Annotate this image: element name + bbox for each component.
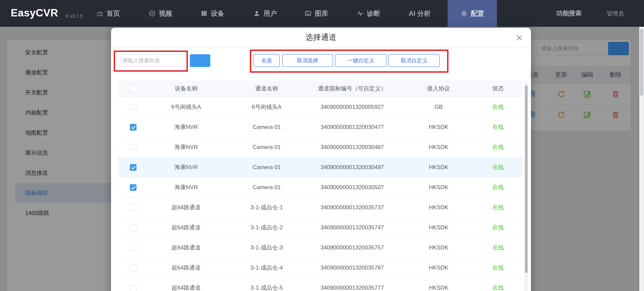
row-checkbox[interactable] (130, 224, 137, 231)
status-badge: 在线 (481, 244, 515, 251)
select-all-button[interactable]: 全选 (254, 54, 280, 67)
table-row[interactable]: 海康NVR Camera 01 34090000001320030507 HKS… (118, 177, 522, 198)
table-row[interactable]: 海康NVR Camera 01 34090000001320030497 HKS… (118, 157, 522, 177)
channel-gb-code-cell: 34090000001320005927 (309, 104, 396, 111)
channel-name-cell: 3-1-成品仓-3 (225, 244, 309, 251)
row-checkbox[interactable] (130, 164, 137, 171)
channel-name-cell: 3-1-成品仓-5 (225, 284, 309, 291)
protocol-cell: HKSDK (396, 164, 481, 171)
checkbox-cell (118, 164, 148, 171)
table-scrollbar[interactable] (524, 81, 528, 291)
channel-table-header: 设备名称通道名称通道国标编号（可自定义）接入协议状态 (118, 80, 522, 97)
checkbox-cell (118, 144, 148, 151)
nav-item-config[interactable]: 配置 (448, 0, 497, 27)
header-checkbox-cell (118, 85, 148, 92)
protocol-cell: HKSDK (396, 184, 481, 191)
nav-item-label: 诊断 (367, 9, 380, 18)
channel-gb-code-cell: 34090000001320030497 (309, 164, 396, 171)
status-badge: 在线 (481, 204, 515, 211)
checkbox-cell (118, 204, 148, 211)
status-badge: 在线 (481, 184, 515, 191)
channel-name-cell: 6号岗镜头A (225, 103, 309, 111)
protocol-cell: HKSDK (396, 144, 481, 151)
device-name-cell: 超64路通道 (148, 204, 225, 211)
col-header-channel-name: 通道名称 (225, 85, 309, 92)
table-row[interactable]: 超64路通道 3-1-成品仓-4 34090000001320035767 HK… (118, 258, 522, 278)
page-scrollbar-thumb[interactable] (640, 29, 643, 96)
one-key-custom-button[interactable]: 一键自定义 (335, 54, 386, 67)
checkbox-cell (118, 285, 148, 291)
admin-label: 管理员 (607, 10, 624, 17)
app-version: ® v3.7.5 (65, 13, 83, 19)
close-icon[interactable]: × (512, 30, 526, 45)
protocol-cell: HKSDK (396, 285, 481, 291)
col-header-protocol: 接入协议 (396, 85, 481, 92)
checkbox-cell (118, 184, 148, 191)
col-header-channel-gb-code: 通道国标编号（可自定义） (309, 85, 396, 92)
status-badge: 在线 (481, 264, 515, 272)
channel-search-input[interactable] (118, 54, 185, 67)
channel-table: 设备名称通道名称通道国标编号（可自定义）接入协议状态 6号岗镜头A 6号岗镜头A… (118, 80, 522, 291)
checkbox-cell (118, 124, 148, 131)
dialog-divider (111, 47, 531, 48)
device-name-cell: 超64路通道 (148, 264, 225, 272)
admin-menu[interactable]: 管理员 (604, 0, 626, 27)
function-search-button[interactable]: 功能搜索 (553, 0, 582, 27)
device-name-cell: 海康NVR (148, 123, 225, 131)
channel-name-cell: Camera 01 (225, 164, 309, 171)
table-scrollbar-thumb[interactable] (525, 85, 528, 273)
row-checkbox[interactable] (130, 124, 137, 131)
device-name-cell: 超64路通道 (148, 244, 225, 251)
nav-item-label: 视频 (159, 9, 172, 18)
device-name-cell: 海康NVR (148, 143, 225, 151)
table-row[interactable]: 6号岗镜头A 6号岗镜头A 34090000001320005927 GB 在线 (118, 97, 522, 117)
page-scrollbar[interactable] (639, 27, 644, 291)
row-checkbox[interactable] (130, 285, 137, 291)
channel-search-button[interactable] (190, 54, 210, 67)
gear-icon (461, 10, 468, 17)
row-checkbox[interactable] (130, 104, 137, 111)
channel-gb-code-cell: 34090000001320035747 (309, 224, 396, 231)
table-row[interactable]: 超64路通道 3-1-成品仓-5 34090000001320035777 HK… (118, 278, 522, 291)
col-header-device-name: 设备名称 (148, 85, 225, 92)
status-badge: 在线 (481, 123, 515, 131)
checkbox-cell (118, 265, 148, 271)
row-checkbox[interactable] (130, 144, 137, 151)
nav-item-user[interactable]: 用户 (253, 0, 277, 27)
cancel-select-button[interactable]: 取消选择 (282, 54, 333, 67)
protocol-cell: HKSDK (396, 204, 481, 211)
cancel-custom-button[interactable]: 取消自定义 (388, 54, 440, 67)
nav-item-device[interactable]: 设备 (201, 0, 224, 27)
protocol-cell: GB (396, 104, 481, 111)
row-checkbox[interactable] (130, 244, 137, 251)
row-checkbox[interactable] (130, 204, 137, 211)
row-checkbox[interactable] (130, 184, 137, 191)
table-row[interactable]: 超64路通道 3-1-成品仓-3 34090000001320035757 HK… (118, 238, 522, 258)
table-row[interactable]: 超64路通道 3-1-成品仓-2 34090000001320035747 HK… (118, 218, 522, 238)
status-badge: 在线 (481, 224, 515, 231)
device-name-cell: 6号岗镜头A (148, 103, 225, 111)
status-badge: 在线 (481, 284, 515, 291)
device-name-cell: 超64路通道 (148, 284, 225, 291)
channel-gb-code-cell: 34090000001320035777 (309, 285, 396, 291)
table-row[interactable]: 海康NVR Camera 01 34090000001320030477 HKS… (118, 117, 522, 137)
nav-item-video[interactable]: 视频 (149, 0, 172, 27)
protocol-cell: HKSDK (396, 224, 481, 231)
channel-name-cell: Camera 01 (225, 184, 309, 191)
select-all-checkbox[interactable] (130, 85, 137, 92)
nav-item-diagnosis[interactable]: 诊断 (357, 0, 380, 27)
nav-item-home[interactable]: 首页 (96, 0, 120, 27)
nav-item-label: 用户 (264, 9, 277, 18)
table-row[interactable]: 超64路通道 3-1-成品仓-1 34090000001320035737 HK… (118, 198, 522, 218)
nav-item-gallery[interactable]: 图库 (305, 0, 328, 27)
play-icon (149, 10, 156, 17)
channel-gb-code-cell: 34090000001320035767 (309, 265, 396, 271)
col-header-status: 状态 (481, 85, 515, 92)
table-row[interactable]: 海康NVR Camera 01 34090000001320030487 HKS… (118, 137, 522, 157)
row-checkbox[interactable] (130, 265, 137, 271)
nav-item-ai-analysis[interactable]: AI 分析 (409, 0, 431, 27)
nav-item-label: 首页 (107, 9, 120, 18)
channel-gb-code-cell: 34090000001320035737 (309, 204, 396, 211)
checkbox-cell (118, 104, 148, 111)
protocol-cell: HKSDK (396, 124, 481, 131)
